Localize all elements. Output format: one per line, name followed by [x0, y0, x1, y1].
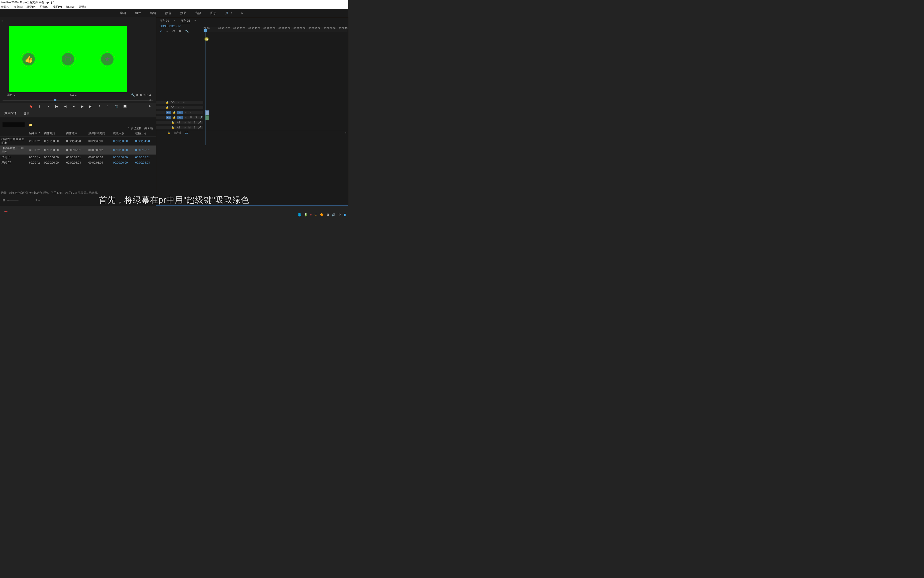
mic-icon[interactable]: 🎤 [198, 126, 201, 129]
col-framerate[interactable]: 帧速率 ⌃ [28, 130, 43, 136]
step-back-button[interactable]: ◀ [63, 104, 68, 109]
menu-graphics[interactable]: 图形(G) [40, 5, 49, 9]
overwrite-button[interactable]: ⤵ [105, 104, 110, 109]
monitor-scrubber[interactable] [3, 99, 154, 102]
ws-assembly[interactable]: 组件 [135, 11, 141, 15]
ws-color[interactable]: 颜色 [165, 11, 171, 15]
go-to-in-button[interactable]: |◀ [54, 104, 59, 109]
panel-menu-icon[interactable]: ≡ [2, 19, 3, 23]
output-icon[interactable]: ▭ [177, 106, 181, 109]
wrench-icon[interactable]: 🔧 [185, 29, 189, 33]
folder-icon[interactable]: 📁 [29, 123, 32, 127]
col-videoout[interactable]: 视频出点 [134, 130, 156, 136]
track-a1[interactable]: A1🔒A1▭MS🎤 [156, 115, 348, 120]
menu-sequence[interactable]: 序列(S) [14, 5, 23, 9]
output-icon[interactable]: ▭ [184, 111, 188, 114]
lock-icon[interactable]: 🔒 [167, 132, 170, 134]
tray-shield-icon[interactable]: 🛡 [314, 213, 317, 216]
zoom-fit-dropdown[interactable]: 适合⌄ [7, 93, 16, 97]
snap-icon[interactable]: ⋇ [160, 29, 162, 33]
timeline-timecode[interactable]: 00:00:02:07 [160, 24, 189, 28]
table-row[interactable]: 机动战士高达 铁血的奥23.98 fps00;00;00;0000;24;34;… [0, 136, 156, 146]
insert-button[interactable]: ⤴ [97, 104, 102, 109]
button-editor-icon[interactable]: + [147, 104, 152, 109]
track-a2[interactable]: 🔒A2▭MS🎤 [156, 120, 348, 125]
ws-graphics[interactable]: 图形 [210, 11, 216, 15]
audio-clip[interactable] [205, 115, 209, 120]
video-clip[interactable] [205, 110, 209, 115]
out-point-button[interactable]: } [46, 104, 50, 109]
program-monitor-viewport[interactable]: 👍 币 ★ [9, 26, 127, 93]
timeline-ruler[interactable]: :00:0000:00:15:0000:00:30:0000:00:45:000… [203, 27, 348, 32]
marker-button[interactable]: 🔖 [29, 104, 33, 109]
table-row[interactable]: 序列 0260.00 fps00:00:00:0000:00:05:0300:0… [0, 160, 156, 165]
solo-button[interactable]: S [193, 121, 196, 124]
sequence-tab-2[interactable]: 序列 02 [181, 19, 190, 23]
source-v1[interactable]: V1 [166, 111, 171, 114]
sequence-tab-1[interactable]: 序列 01 [160, 19, 169, 23]
ws-pager[interactable]: 1≡ » [227, 11, 243, 15]
tab-effects[interactable]: 效果 [24, 112, 29, 116]
mute-button[interactable]: M [188, 121, 191, 124]
lock-icon[interactable]: 🔒 [166, 101, 169, 104]
ws-edit[interactable]: 编辑 [150, 11, 156, 15]
play-button[interactable]: ▶ [80, 104, 84, 109]
lock-icon[interactable]: 🔒 [166, 106, 169, 109]
ws-effects[interactable]: 效果 [180, 11, 186, 15]
lock-icon[interactable]: 🔒 [171, 126, 174, 129]
tray-volume-icon[interactable]: 🔊 [332, 213, 335, 216]
source-a1[interactable]: A1 [166, 116, 171, 119]
close-tab-icon[interactable]: × [173, 19, 175, 23]
solo-button[interactable]: S [194, 116, 198, 119]
eye-icon[interactable]: 👁 [182, 106, 186, 109]
col-mediaduration[interactable]: 媒体持续时间 [87, 130, 112, 136]
tray-battery-icon[interactable]: 🔋 [304, 213, 307, 216]
tab-menu-icon[interactable]: ≡ [194, 19, 196, 23]
go-to-out-button[interactable]: ▶| [89, 104, 93, 109]
eye-icon[interactable]: 👁 [189, 111, 193, 114]
collapse-icon[interactable]: ⇤ [345, 132, 347, 134]
ws-learn[interactable]: 学习 [120, 11, 126, 15]
project-search-input[interactable] [3, 122, 24, 127]
mute-button[interactable]: M [188, 126, 191, 129]
lock-icon[interactable]: 🔒 [171, 121, 174, 124]
menu-view[interactable]: 视图(V) [53, 5, 62, 9]
output-icon[interactable]: ▭ [184, 116, 188, 119]
tab-effect-controls[interactable]: 效果控件 [5, 111, 16, 116]
wrench-icon[interactable]: 🔧 [131, 93, 135, 97]
menu-window[interactable]: 窗口(W) [65, 5, 76, 9]
mic-icon[interactable]: 🎤 [198, 121, 201, 124]
track-v2[interactable]: 🔒V2▭👁 [156, 105, 348, 110]
solo-button[interactable]: S [193, 126, 196, 129]
stop-button[interactable]: ■ [71, 104, 76, 109]
menu-clip[interactable]: 剪辑(C) [1, 5, 10, 9]
output-icon[interactable]: ▭ [183, 126, 186, 129]
table-row[interactable]: 序列 0160.00 fps00:00:00:0000:00:05:0100:0… [0, 154, 156, 160]
col-videoin[interactable]: 视频入点 [112, 130, 134, 136]
master-level[interactable]: 0.0 [185, 132, 188, 134]
tray-rec-icon[interactable]: ● [310, 213, 312, 216]
output-icon[interactable]: ▭ [177, 101, 181, 104]
mic-icon[interactable]: 🎤 [199, 116, 203, 119]
tray-monitor-icon[interactable]: 🖥 [326, 213, 329, 216]
list-view-icon[interactable]: ▦ [3, 198, 5, 202]
tray-security-icon[interactable]: 🔶 [320, 213, 324, 216]
table-row[interactable]: 【绿幕素材】一键三连30.00 fps00:00:00:0000:00:05:0… [0, 146, 156, 154]
resolution-dropdown[interactable]: 1/4⌄ [70, 93, 77, 97]
tray-globe-icon[interactable]: 🌐 [298, 213, 301, 216]
col-mediaend[interactable]: 媒体结束 [65, 130, 87, 136]
linked-selection-icon[interactable]: ∩ [166, 29, 168, 33]
lock-icon[interactable]: 🔒 [173, 116, 176, 119]
track-a3[interactable]: 🔒A3▭MS🎤 [156, 125, 348, 130]
track-v3[interactable]: 🔒V3▭👁 [156, 100, 348, 105]
eye-icon[interactable]: 👁 [182, 101, 186, 104]
menu-marker[interactable]: 标记(M) [27, 5, 36, 9]
comparison-button[interactable]: 🔲 [123, 104, 127, 109]
marker-icon[interactable]: 🏷 [172, 29, 175, 33]
tray-app-icon[interactable]: ▣ [343, 213, 346, 216]
track-v1[interactable]: V1🔒V1▭👁 [156, 110, 348, 115]
export-frame-button[interactable]: 📷 [114, 104, 118, 109]
ws-audio[interactable]: 音频 [195, 11, 201, 15]
in-point-button[interactable]: { [37, 104, 42, 109]
output-icon[interactable]: ▭ [183, 121, 186, 124]
